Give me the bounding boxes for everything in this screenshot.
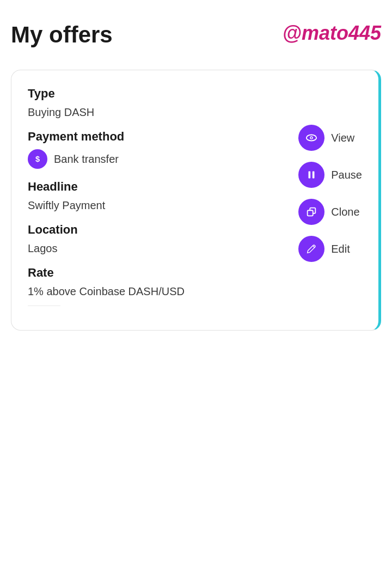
- bottom-divider: [28, 306, 60, 306]
- pause-label: Pause: [331, 169, 362, 181]
- rate-value: 1% above Coinbase DASH/USD: [28, 285, 246, 298]
- headline-label: Headline: [28, 180, 246, 194]
- type-value: Buying DASH: [28, 106, 246, 119]
- edit-icon: [298, 236, 324, 262]
- username-badge: @mato445: [283, 22, 381, 45]
- edit-label: Edit: [331, 243, 350, 255]
- clone-icon: [298, 199, 324, 225]
- view-label: View: [331, 132, 354, 144]
- view-button[interactable]: View: [298, 125, 354, 151]
- actions-column: View Pause Clone: [298, 125, 362, 262]
- offer-details: Type Buying DASH Payment method $ Bank t…: [28, 87, 246, 306]
- svg-text:$: $: [35, 155, 40, 163]
- pause-icon: [298, 162, 324, 188]
- type-label: Type: [28, 87, 246, 101]
- clone-button[interactable]: Clone: [298, 199, 359, 225]
- page-header: My offers @mato445: [11, 22, 381, 48]
- view-icon: [298, 125, 324, 151]
- offer-card: Type Buying DASH Payment method $ Bank t…: [11, 70, 381, 331]
- page-title: My offers: [11, 22, 113, 48]
- payment-method-value: Bank transfer: [54, 153, 119, 166]
- svg-rect-8: [308, 210, 313, 216]
- rate-label: Rate: [28, 266, 246, 280]
- svg-point-4: [311, 137, 313, 139]
- bank-transfer-icon: $: [28, 149, 47, 169]
- location-value: Lagos: [28, 242, 246, 255]
- pause-button[interactable]: Pause: [298, 162, 362, 188]
- svg-rect-6: [313, 172, 315, 179]
- headline-value: Swiftly Payment: [28, 199, 246, 212]
- payment-method-label: Payment method: [28, 130, 246, 144]
- location-label: Location: [28, 223, 246, 237]
- payment-method-row: $ Bank transfer: [28, 149, 246, 169]
- clone-label: Clone: [331, 206, 359, 218]
- svg-rect-5: [309, 172, 311, 179]
- edit-button[interactable]: Edit: [298, 236, 350, 262]
